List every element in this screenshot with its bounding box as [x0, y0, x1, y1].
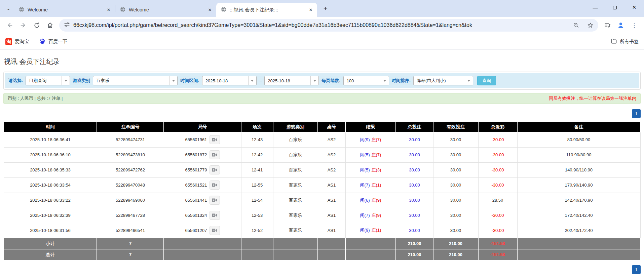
- chevron-down-icon[interactable]: [465, 76, 473, 85]
- sort-order-select[interactable]: 降幂(由大到小): [413, 76, 473, 85]
- cell-session: 12-55: [241, 177, 273, 193]
- cell-round: 655601872: [164, 147, 241, 162]
- cell-total-bet: 30.00: [396, 223, 433, 238]
- video-replay-button[interactable]: [210, 181, 220, 190]
- chevron-down-icon[interactable]: [310, 76, 318, 85]
- video-replay-button[interactable]: [210, 135, 220, 144]
- tab-title: Welcome: [28, 7, 102, 12]
- tab-welcome-2[interactable]: Welcome ✕: [115, 3, 216, 17]
- page-number-button[interactable]: 1: [632, 109, 641, 118]
- game-type-select[interactable]: 百家乐: [93, 76, 178, 85]
- total-bet-link[interactable]: 30.00: [409, 213, 420, 218]
- cell-valid-bet: 30.00: [433, 177, 478, 193]
- round-number: 655601441: [185, 198, 207, 203]
- cell-result: 闲(7)庄(9): [345, 208, 396, 223]
- cell-time: 2025-10-18 06:33:54: [4, 177, 97, 193]
- all-bookmarks-button[interactable]: 所有书签: [611, 38, 639, 45]
- chevron-down-icon[interactable]: [381, 76, 389, 85]
- browser-menu-icon[interactable]: ⋮: [628, 19, 641, 32]
- header-total-bet: 总投注: [396, 122, 433, 132]
- cell-time: 2025-10-18 06:36:10: [4, 147, 97, 162]
- tab-bet-record-active[interactable]: :::视讯 会员下注纪录::: ✕: [216, 3, 317, 17]
- video-replay-button[interactable]: [210, 150, 220, 159]
- summary-empty: [318, 249, 345, 260]
- currency-summary-text: 币别 : 人民币 | 总共 :7 注单 |: [8, 95, 63, 102]
- total-bet-link[interactable]: 30.00: [409, 183, 420, 188]
- url-text[interactable]: 66cxkj98.com/ipl/portal.php/game/betreco…: [73, 22, 567, 28]
- game-type-value: 百家乐: [93, 76, 169, 85]
- home-icon[interactable]: [44, 19, 56, 32]
- cell-remark: 170.90/140.90: [517, 177, 640, 193]
- minimize-button[interactable]: —: [585, 0, 605, 15]
- tab-search-button[interactable]: ⌄: [3, 3, 14, 14]
- filter-bar: 请选择: 日期查询 游戏类别 百家乐 时间区间: 2025-10-18 ~ 20…: [5, 73, 639, 88]
- summary-label: 总计: [4, 249, 97, 260]
- bookmark-star-icon[interactable]: [585, 20, 596, 31]
- cell-game-type: 百家乐: [273, 132, 318, 147]
- chevron-down-icon[interactable]: [62, 76, 70, 85]
- header-time: 时间: [4, 122, 97, 132]
- cell-total-bet: 30.00: [396, 193, 433, 208]
- cell-result: 闲(5)庄(3): [345, 162, 396, 177]
- cell-game-type: 百家乐: [273, 162, 318, 177]
- media-controls-icon[interactable]: [601, 19, 614, 32]
- site-settings-icon[interactable]: [64, 22, 70, 29]
- result-banker: 庄(9): [372, 198, 381, 203]
- date-from-select[interactable]: 2025-10-18: [202, 76, 257, 85]
- total-bet-link[interactable]: 30.00: [409, 137, 420, 142]
- search-button[interactable]: 查询: [477, 76, 496, 85]
- bookmark-baidu[interactable]: 百度一下: [39, 38, 67, 45]
- table-row: 2025-10-18 06:33:54 522899470048 6556015…: [4, 177, 640, 193]
- cell-result: 闲(9)庄(1): [345, 223, 396, 238]
- cell-result: 闲(5)庄(7): [345, 147, 396, 162]
- tab-welcome-1[interactable]: Welcome ✕: [14, 3, 115, 17]
- bookmark-taobao[interactable]: 淘 爱淘宝: [5, 38, 29, 45]
- cell-table-no: AS1: [318, 193, 345, 208]
- page-size-select[interactable]: 100: [343, 76, 389, 85]
- forward-icon[interactable]: [17, 19, 30, 32]
- new-tab-button[interactable]: +: [320, 3, 331, 14]
- close-icon[interactable]: ✕: [307, 6, 314, 13]
- cell-bet-id: 522899470048: [97, 177, 164, 193]
- date-to-select[interactable]: 2025-10-18: [264, 76, 319, 85]
- total-bet-link[interactable]: 30.00: [409, 228, 420, 233]
- cell-time: 2025-10-18 06:32:39: [4, 208, 97, 223]
- cell-payout: -30.00: [478, 162, 517, 177]
- query-type-select[interactable]: 日期查询: [26, 76, 70, 85]
- video-replay-button[interactable]: [210, 226, 220, 235]
- back-icon[interactable]: [3, 19, 16, 32]
- cell-remark: 172.40/142.40: [517, 208, 640, 223]
- date-range-label: 时间区间:: [180, 78, 199, 84]
- maximize-button[interactable]: [605, 0, 624, 15]
- close-window-button[interactable]: ✕: [624, 0, 644, 15]
- page-number-button[interactable]: 1: [632, 265, 641, 274]
- result-banker: 庄(7): [372, 152, 381, 157]
- video-replay-button[interactable]: [210, 196, 220, 205]
- summary-payout: -151.50: [478, 238, 517, 249]
- folder-icon: [611, 38, 617, 45]
- close-icon[interactable]: ✕: [206, 6, 214, 13]
- zoom-icon[interactable]: [571, 20, 581, 31]
- header-bet-id: 注单编号: [97, 122, 164, 132]
- page-title: 视讯 会员下注纪录: [4, 57, 640, 66]
- select-type-label: 请选择:: [8, 78, 23, 84]
- chevron-down-icon[interactable]: [169, 76, 177, 85]
- close-icon[interactable]: ✕: [105, 6, 112, 13]
- bookmark-label: 百度一下: [48, 39, 67, 45]
- video-replay-button[interactable]: [210, 165, 220, 174]
- video-replay-button[interactable]: [210, 211, 220, 220]
- total-bet-link[interactable]: 30.00: [409, 167, 420, 172]
- header-game-type: 游戏类别: [273, 122, 318, 132]
- address-bar[interactable]: 66cxkj98.com/ipl/portal.php/game/betreco…: [59, 19, 598, 32]
- chevron-down-icon[interactable]: [248, 76, 256, 85]
- cell-time: 2025-10-18 06:31:56: [4, 223, 97, 238]
- reload-icon[interactable]: [30, 19, 43, 32]
- profile-avatar[interactable]: [614, 19, 627, 32]
- total-bet-link[interactable]: 30.00: [409, 152, 420, 157]
- summary-row: 总计 7 210.00 210.00 -151.50: [4, 249, 640, 260]
- cell-game-type: 百家乐: [273, 223, 318, 238]
- total-bet-link[interactable]: 30.00: [409, 198, 420, 203]
- round-number: 655601872: [185, 152, 207, 157]
- table-header-row: 时间 注单编号 局号 场次 游戏类别 桌号 结果 总投注 有效投注 总派彩 备注: [4, 122, 640, 132]
- cell-round: 655601521: [164, 177, 241, 193]
